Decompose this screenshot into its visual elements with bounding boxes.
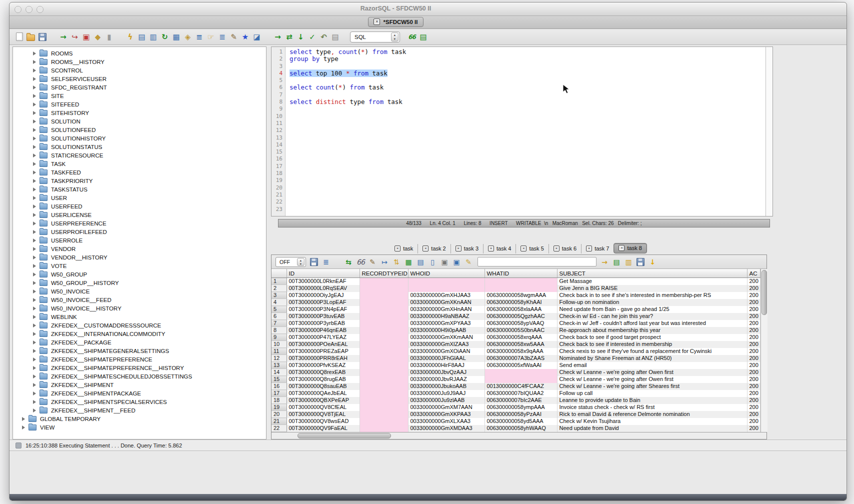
cell-whatid[interactable]: 006300000058xw5AAA: [484, 341, 557, 348]
cell-ac[interactable]: 200: [747, 313, 760, 320]
table-row[interactable]: 2100T3000000QV8wsEAD0033000000GmXLXAA300…: [272, 418, 760, 425]
disclosure-triangle-icon[interactable]: [33, 68, 36, 72]
cell-rownum[interactable]: 9: [272, 334, 286, 341]
cell-recordtypeid[interactable]: [360, 383, 408, 390]
disclosure-triangle-icon[interactable]: [33, 392, 36, 396]
cell-id[interactable]: 00T3000000POeAnEAL: [286, 341, 360, 348]
tree-item-solutionstatus[interactable]: SOLUTIONSTATUS: [13, 142, 266, 151]
cell-id[interactable]: 00T3000000Q8sauEAB: [286, 383, 360, 390]
cell-subject[interactable]: Give Jenn a BIG RAISE: [557, 285, 747, 292]
disclosure-triangle-icon[interactable]: [33, 281, 36, 285]
cell-rownum[interactable]: 4: [272, 299, 286, 306]
tree-item-rooms-history[interactable]: ROOMS__HISTORY: [13, 58, 266, 66]
tree-item-sitefeed[interactable]: SITEFEED: [13, 100, 266, 108]
tab-close-icon[interactable]: ×: [618, 245, 624, 251]
execute-fetch-icon[interactable]: ↓: [296, 32, 306, 42]
cell-recordtypeid[interactable]: [360, 285, 408, 292]
open-file-icon[interactable]: [26, 32, 36, 42]
table-row[interactable]: 1800T3000000QBXPeEAP0033000000Ju9zlAAB00…: [272, 397, 760, 404]
bookmark-page-icon[interactable]: ◪: [252, 32, 262, 42]
cell-subject[interactable]: Check w/ Leanne - we're going after Owen…: [557, 376, 747, 383]
cell-whatid[interactable]: 006300000058ympAAA: [484, 404, 557, 411]
cell-subject[interactable]: Re-approach about membership this year: [557, 327, 747, 334]
cell-ac[interactable]: 200: [747, 376, 760, 383]
disclosure-triangle-icon[interactable]: [33, 256, 36, 260]
tab-close-icon[interactable]: ×: [456, 246, 462, 252]
copy-with-headers-icon[interactable]: ▣: [452, 258, 461, 266]
navigator-compass-icon[interactable]: ◈: [183, 32, 192, 42]
cell-whatid[interactable]: [484, 369, 557, 376]
editor-line-4[interactable]: select top 100 * from task: [286, 70, 766, 77]
tree-item-zkfedex-shipmatepreference[interactable]: ZKFEDEX__SHIPMATEPREFERENCE: [13, 355, 266, 364]
disclosure-triangle-icon[interactable]: [33, 400, 36, 404]
disclosure-triangle-icon[interactable]: [33, 154, 36, 158]
disclosure-triangle-icon[interactable]: [22, 417, 25, 421]
editor-line-6[interactable]: select count(*) from task: [286, 84, 766, 91]
cell-id[interactable]: 00T3000000PfvKSEAZ: [286, 362, 360, 369]
cell-ac[interactable]: 200: [747, 341, 760, 348]
tree-item-userrole[interactable]: USERROLE: [13, 236, 266, 244]
cell-recordtypeid[interactable]: [360, 320, 408, 327]
panel-splitter[interactable]: [266, 46, 271, 440]
cell-whoid[interactable]: 0033000000GmXKPAA3: [408, 411, 484, 418]
cell-whatid[interactable]: 00630000007A3bZAAS: [484, 355, 557, 362]
cell-recordtypeid[interactable]: [360, 306, 408, 313]
result-tab-task-6[interactable]: ×task 6: [548, 244, 581, 254]
cell-whatid[interactable]: [484, 376, 557, 383]
cell-subject[interactable]: Check back to see if good target prospec…: [557, 334, 747, 341]
cell-recordtypeid[interactable]: [360, 292, 408, 299]
cell-subject[interactable]: Rick to email David & reference Delmonte…: [557, 411, 747, 418]
results-search-input[interactable]: [478, 257, 596, 266]
hscroll-thumb[interactable]: [298, 433, 391, 438]
export-data-icon[interactable]: ▥: [148, 32, 158, 42]
cell-whatid[interactable]: 006300000058wgmAAA: [484, 292, 557, 299]
update-table-icon[interactable]: ▦: [404, 258, 413, 266]
table-row[interactable]: 600T3000000P3tuvEAB0033000000H9aNBAAZ006…: [272, 313, 760, 320]
cell-ac[interactable]: 200: [747, 334, 760, 341]
cell-subject[interactable]: Check-in w/ Ed - can he join this year?: [557, 313, 747, 320]
tree-item-task[interactable]: TASK: [13, 160, 266, 168]
cell-ac[interactable]: 200: [747, 397, 760, 404]
disclosure-triangle-icon[interactable]: [33, 128, 36, 132]
cell-recordtypeid[interactable]: [360, 425, 408, 432]
tree-item-vote[interactable]: VOTE: [13, 262, 266, 270]
tree-item-weblink[interactable]: WEBLINK: [13, 312, 266, 321]
result-tab-task-4[interactable]: ×task 4: [483, 244, 516, 254]
result-tab-task-2[interactable]: ×task 2: [418, 244, 450, 254]
editor-line-1[interactable]: select type, count(*) from task: [286, 48, 766, 56]
cell-id[interactable]: 00T3000000P3N4pEAF: [286, 306, 360, 313]
cell-id[interactable]: 00T3000000P3tuvEAB: [286, 313, 360, 320]
disclosure-triangle-icon[interactable]: [33, 408, 36, 412]
cell-rownum[interactable]: 1: [272, 278, 286, 285]
disclosure-triangle-icon[interactable]: [33, 366, 36, 370]
cell-recordtypeid[interactable]: [360, 278, 408, 285]
cell-whoid[interactable]: 0033000000GmXMDAA3: [408, 425, 484, 432]
execute-icon[interactable]: →: [273, 32, 282, 42]
tree-item-zkfedex-shipmategeneralsettings[interactable]: ZKFEDEX__SHIPMATEGENERALSETTINGS: [13, 346, 266, 355]
column-header-ac[interactable]: AC: [747, 269, 760, 278]
table-row[interactable]: 2000T3000000QV8TjEAL0033000000GmXKPAA300…: [272, 411, 760, 418]
column-header-recordtypeid[interactable]: RECORDTYPEID: [360, 269, 408, 278]
cell-whoid[interactable]: 0033000000JFhGlAAL: [408, 355, 484, 362]
stepper-arrows-icon[interactable]: ▴▾: [391, 32, 398, 42]
editor-line-2[interactable]: group by type: [286, 56, 766, 62]
editor-line-23[interactable]: [286, 206, 766, 213]
disclosure-triangle-icon[interactable]: [33, 162, 36, 166]
cell-rownum[interactable]: 13: [272, 362, 286, 369]
tree-item-zkfedex-package[interactable]: ZKFEDEX__PACKAGE: [13, 338, 266, 346]
tree-item-staticresource[interactable]: STATICRESOURCE: [13, 151, 266, 160]
cell-subject[interactable]: Check w/ Leanne - we're going after Owen…: [557, 369, 747, 376]
cell-id[interactable]: 00T3000000P3yrbEAB: [286, 320, 360, 327]
cell-whatid[interactable]: 006300000058yd5AAA: [484, 418, 557, 425]
cell-id[interactable]: 00T3000000P46qnEAB: [286, 327, 360, 334]
align-lines-icon[interactable]: ≣: [218, 32, 227, 42]
cell-recordtypeid[interactable]: [360, 362, 408, 369]
cell-rownum[interactable]: 12: [272, 355, 286, 362]
execute-all-icon[interactable]: ⇄: [284, 32, 294, 42]
cell-whoid[interactable]: [408, 278, 484, 285]
document-tab[interactable]: × *SFDCW50 II: [368, 17, 423, 27]
tree-item-taskstatus[interactable]: TASKSTATUS: [13, 185, 266, 194]
tree-item-userpreference[interactable]: USERPREFERENCE: [13, 219, 266, 228]
cell-id[interactable]: 00T3000000QV8TjEAL: [286, 411, 360, 418]
cell-id[interactable]: 00T3000000QAeJbEAL: [286, 390, 360, 397]
